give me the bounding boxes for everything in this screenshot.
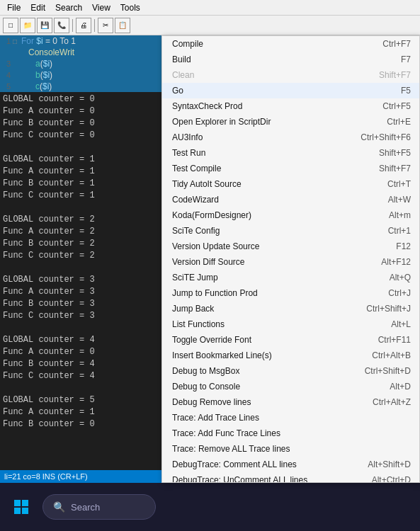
menu-entry-7[interactable]: Test RunShift+F5 xyxy=(162,145,419,161)
menu-entry-label-26: Trace: Remove ALL Trace lines xyxy=(172,444,290,454)
menu-entry-label-4: SyntaxCheck Prod xyxy=(172,101,242,111)
copy-button[interactable]: 📋 xyxy=(115,18,130,33)
code-line-1: 1 □ For $i = 0 To 1 xyxy=(0,35,163,47)
menu-entry-label-6: AU3Info xyxy=(172,132,203,142)
output-panel: GLOBAL counter = 0Func A counter = 0Func… xyxy=(0,92,163,430)
menu-entry-label-8: Test Compile xyxy=(172,164,221,173)
menu-entry-shortcut-12: Ctrl+1 xyxy=(388,226,411,236)
menu-entry-label-17: Jump Back xyxy=(172,304,214,314)
menu-entry-20[interactable]: Insert Bookmarked Line(s)Ctrl+Alt+B xyxy=(162,348,419,363)
menu-entry-label-23: Debug Remove lines xyxy=(172,397,251,407)
menu-entry-shortcut-21: Ctrl+Shift+D xyxy=(365,366,411,376)
menu-entry-3[interactable]: GoF5 xyxy=(162,83,419,98)
menu-entry-shortcut-23: Ctrl+Alt+Z xyxy=(373,397,411,407)
menu-entry-shortcut-7: Shift+F5 xyxy=(379,148,411,158)
menu-entry-label-12: SciTe Config xyxy=(172,226,220,236)
start-button[interactable] xyxy=(6,491,37,523)
output-line-11: Func A counter = 2 xyxy=(0,226,163,238)
search-bar[interactable]: 🔍 Search xyxy=(42,494,156,520)
code-editor[interactable]: 1 □ For $i = 0 To 1 ConsoleWrit 3 a($i) … xyxy=(0,35,163,92)
menu-entry-shortcut-27: Alt+Shift+D xyxy=(368,459,411,469)
menu-entry-shortcut-4: Ctrl+F5 xyxy=(382,101,411,111)
menu-entry-16[interactable]: Jump to Function ProdCtrl+J xyxy=(162,285,419,301)
code-line-3: 3 a($i) xyxy=(0,58,163,69)
saveas-button[interactable]: 📞 xyxy=(54,18,69,33)
menu-entry-22[interactable]: Debug to ConsoleAlt+D xyxy=(162,379,419,394)
menu-entry-1[interactable]: BuildF7 xyxy=(162,52,419,67)
menu-file[interactable]: File xyxy=(3,1,25,14)
menu-entry-14[interactable]: Version Diff SourceAlt+F12 xyxy=(162,254,419,270)
menu-entry-12[interactable]: SciTe ConfigCtrl+1 xyxy=(162,223,419,239)
expand-icon-1[interactable]: □ xyxy=(13,38,21,45)
menu-entry-shortcut-9: Ctrl+T xyxy=(387,179,411,189)
menu-entry-label-1: Build xyxy=(172,55,191,64)
menu-entry-label-28: DebugTrace: UnComment ALL lines xyxy=(172,475,307,483)
cut-button[interactable]: ✂ xyxy=(98,18,113,33)
menu-search[interactable]: Search xyxy=(51,1,86,14)
menu-entry-25[interactable]: Trace: Add Func Trace Lines xyxy=(162,426,419,441)
menu-tools[interactable]: Tools xyxy=(116,1,144,14)
toolbar-separator-2 xyxy=(94,19,95,32)
menu-entry-shortcut-11: Alt+m xyxy=(389,210,411,220)
new-button[interactable]: □ xyxy=(3,18,18,33)
menu-entry-24[interactable]: Trace: Add Trace Lines xyxy=(162,410,419,426)
menu-entry-27[interactable]: DebugTrace: Comment ALL linesAlt+Shift+D xyxy=(162,457,419,472)
menu-entry-11[interactable]: Koda(FormDesigner)Alt+m xyxy=(162,207,419,223)
menu-entry-label-20: Insert Bookmarked Line(s) xyxy=(172,350,272,360)
output-line-14 xyxy=(0,262,163,274)
output-line-27: Func B counter = 0 xyxy=(0,418,163,430)
output-line-21: Func A counter = 0 xyxy=(0,346,163,358)
output-line-24 xyxy=(0,382,163,394)
menu-entry-10[interactable]: CodeWizardAlt+W xyxy=(162,192,419,207)
output-line-18: Func C counter = 3 xyxy=(0,310,163,322)
search-input-label[interactable]: Search xyxy=(71,502,100,513)
menu-entry-shortcut-5: Ctrl+E xyxy=(387,117,411,127)
left-panel: 1 □ For $i = 0 To 1 ConsoleWrit 3 a($i) … xyxy=(0,35,163,483)
print-button[interactable]: 🖨 xyxy=(76,18,91,33)
open-button[interactable]: 📁 xyxy=(20,18,35,33)
menu-entry-label-13: Version Update Source xyxy=(172,241,259,251)
menu-entry-shortcut-8: Shift+F7 xyxy=(379,164,411,173)
menu-bar: File Edit Search View Tools xyxy=(0,0,420,16)
output-line-23: Func C counter = 4 xyxy=(0,370,163,382)
menu-entry-4[interactable]: SyntaxCheck ProdCtrl+F5 xyxy=(162,98,419,114)
menu-entry-0[interactable]: CompileCtrl+F7 xyxy=(162,36,419,52)
menu-entry-label-10: CodeWizard xyxy=(172,195,219,205)
menu-entry-18[interactable]: List FunctionsAlt+L xyxy=(162,316,419,332)
menu-entry-shortcut-20: Ctrl+Alt+B xyxy=(372,350,411,360)
menu-entry-21[interactable]: Debug to MsgBoxCtrl+Shift+D xyxy=(162,363,419,379)
output-line-0: GLOBAL counter = 0 xyxy=(0,93,163,105)
menu-entry-label-5: Open Explorer in ScriptDir xyxy=(172,117,271,127)
menu-entry-6[interactable]: AU3InfoCtrl+Shift+F6 xyxy=(162,130,419,145)
status-bar: li=21 co=8 INS (CR+LF) xyxy=(0,470,163,483)
toolbar-separator-1 xyxy=(72,19,73,32)
output-line-7: Func B counter = 1 xyxy=(0,178,163,190)
menu-entry-label-7: Test Run xyxy=(172,148,205,158)
output-line-19 xyxy=(0,322,163,334)
menu-view[interactable]: View xyxy=(88,1,115,14)
menu-entry-label-25: Trace: Add Func Trace Lines xyxy=(172,428,280,438)
menu-entry-23[interactable]: Debug Remove linesCtrl+Alt+Z xyxy=(162,394,419,410)
menu-entry-label-3: Go xyxy=(172,86,183,96)
menu-entry-26[interactable]: Trace: Remove ALL Trace lines xyxy=(162,441,419,457)
menu-entry-19[interactable]: Toggle Override FontCtrl+F11 xyxy=(162,332,419,348)
menu-entry-2: CleanShift+F7 xyxy=(162,67,419,83)
menu-entry-label-24: Trace: Add Trace Lines xyxy=(172,413,259,423)
code-line-5: 5 c($i) xyxy=(0,81,163,92)
menu-edit[interactable]: Edit xyxy=(26,1,50,14)
menu-entry-15[interactable]: SciTE JumpAlt+Q xyxy=(162,270,419,285)
output-line-6: Func A counter = 1 xyxy=(0,166,163,178)
menu-entry-label-16: Jump to Function Prod xyxy=(172,288,258,298)
menu-entry-5[interactable]: Open Explorer in ScriptDirCtrl+E xyxy=(162,114,419,130)
output-line-12: Func B counter = 2 xyxy=(0,238,163,250)
menu-entry-8[interactable]: Test CompileShift+F7 xyxy=(162,161,419,176)
menu-entry-28[interactable]: DebugTrace: UnComment ALL linesAlt+Ctrl+… xyxy=(162,472,419,483)
menu-entry-label-11: Koda(FormDesigner) xyxy=(172,210,251,220)
menu-entry-17[interactable]: Jump BackCtrl+Shift+J xyxy=(162,301,419,316)
output-line-20: GLOBAL counter = 4 xyxy=(0,334,163,346)
menu-entry-13[interactable]: Version Update SourceF12 xyxy=(162,239,419,254)
menu-entry-9[interactable]: Tidy AutoIt SourceCtrl+T xyxy=(162,176,419,192)
output-line-15: GLOBAL counter = 3 xyxy=(0,274,163,286)
save-button[interactable]: 💾 xyxy=(37,18,52,33)
svg-rect-3 xyxy=(22,508,28,514)
